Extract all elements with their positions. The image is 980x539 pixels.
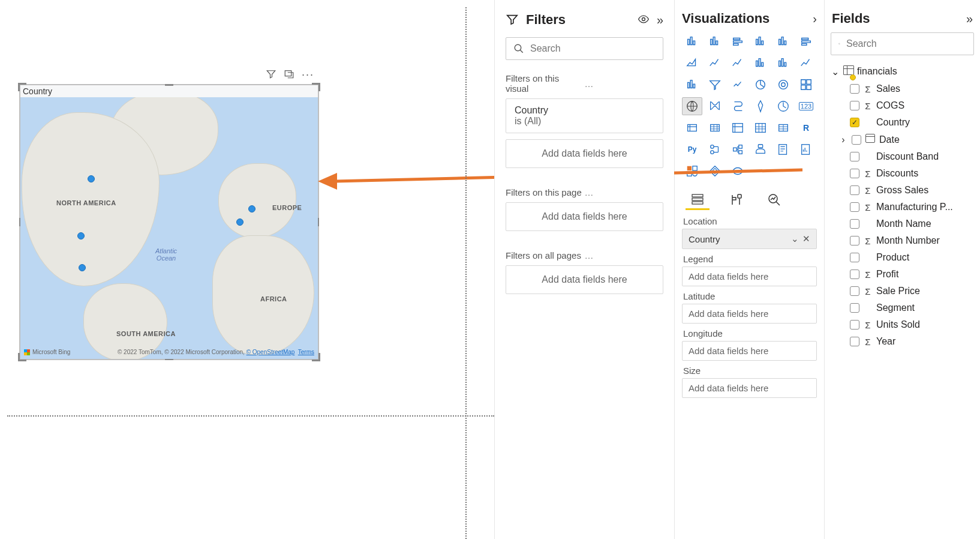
remove-field-icon[interactable]: ✕ [802,233,810,244]
field-discount-band[interactable]: ΣDiscount Band [829,148,975,165]
map-point[interactable] [248,205,255,212]
viz-type-icon[interactable] [750,119,771,137]
viz-type-icon[interactable] [728,32,748,50]
collapse-pane-icon[interactable]: » [657,13,663,27]
field-checkbox[interactable] [850,169,859,178]
field-checkbox[interactable] [850,152,859,161]
viz-type-icon[interactable] [750,97,771,115]
field-checkbox[interactable] [850,303,859,313]
viz-type-icon[interactable] [705,162,725,180]
viz-type-icon[interactable] [705,97,725,115]
chevron-right-icon[interactable]: › [813,12,817,26]
map-point[interactable] [79,264,86,271]
map-point[interactable] [236,218,244,226]
viz-type-icon[interactable] [728,119,748,137]
viz-type-icon[interactable] [682,54,702,72]
viz-type-icon[interactable] [728,54,748,72]
field-checkbox[interactable] [850,219,859,229]
viz-type-icon[interactable]: Py [682,140,702,158]
section-menu-icon[interactable]: … [585,79,664,89]
viz-type-icon[interactable] [682,32,702,50]
chevron-down-icon[interactable]: ⌄ [831,66,839,77]
table-financials[interactable]: ⌄ financials [829,62,975,80]
viz-type-icon[interactable] [750,32,771,50]
map-terms-link[interactable]: Terms [298,349,314,355]
viz-type-icon[interactable] [750,54,771,72]
viz-type-icon[interactable] [705,32,725,50]
report-canvas[interactable]: ··· Country NORTH AMERICA SOUTH AMERICA … [0,0,494,539]
tab-fields[interactable] [686,190,710,210]
field-segment[interactable]: ΣSegment [829,300,975,316]
viz-type-icon[interactable] [796,54,816,72]
viz-type-icon[interactable] [750,140,771,158]
filter-icon[interactable] [266,68,276,81]
field-month-number[interactable]: ΣMonth Number [829,232,975,249]
viz-type-icon[interactable] [705,119,725,137]
field-checkbox[interactable] [850,286,859,296]
field-units-sold[interactable]: ΣUnits Sold [829,316,975,333]
collapse-pane-icon[interactable]: » [966,12,973,26]
field-year[interactable]: ΣYear [829,333,975,350]
filter-card-country[interactable]: Country is (All) [506,98,663,133]
viz-type-icon[interactable] [705,140,725,158]
viz-type-icon[interactable] [682,162,702,180]
viz-type-icon[interactable] [773,76,793,94]
filters-search[interactable] [506,37,663,60]
viz-type-icon[interactable] [728,162,748,180]
well-location[interactable]: Country ⌄ ✕ [682,229,817,249]
well-longitude[interactable]: Add data fields here [682,341,817,361]
viz-type-icon[interactable] [796,76,816,94]
fields-search[interactable] [831,32,974,55]
viz-type-icon[interactable]: R [796,119,816,137]
viz-type-icon[interactable] [796,140,816,158]
chevron-right-icon[interactable]: › [839,134,847,145]
filter-drop-all[interactable]: Add data fields here [506,265,663,294]
viz-type-icon[interactable] [773,140,793,158]
map-point[interactable] [77,232,85,239]
field-sales[interactable]: ΣSales [829,80,975,97]
viz-type-icon[interactable] [773,54,793,72]
field-month-name[interactable]: ΣMonth Name [829,215,975,232]
viz-type-icon[interactable]: ··· [750,162,771,180]
field-checkbox[interactable] [850,270,859,279]
field-sale-price[interactable]: ΣSale Price [829,283,975,300]
field-checkbox[interactable] [850,253,859,262]
viz-type-icon[interactable] [682,97,702,115]
viz-type-icon[interactable] [705,76,725,94]
filters-search-input[interactable] [530,43,656,54]
show-hide-icon[interactable] [638,13,650,27]
viz-type-icon[interactable] [773,119,793,137]
viz-type-icon[interactable] [705,54,725,72]
viz-type-icon[interactable] [728,140,748,158]
field-checkbox[interactable] [850,101,859,110]
openstreetmap-link[interactable]: © OpenStreetMap [246,349,295,355]
viz-type-icon[interactable] [682,119,702,137]
field-checkbox[interactable] [850,236,859,245]
well-latitude[interactable]: Add data fields here [682,304,817,324]
well-legend[interactable]: Add data fields here [682,266,817,286]
viz-type-icon[interactable]: 123 [796,97,816,115]
field-checkbox[interactable] [850,202,859,212]
field-discounts[interactable]: ΣDiscounts [829,165,975,182]
map-area[interactable]: NORTH AMERICA SOUTH AMERICA EUROPE AFRIC… [20,97,318,359]
tab-format[interactable] [724,190,748,210]
more-options-icon[interactable]: ··· [302,68,314,81]
map-visual[interactable]: ··· Country NORTH AMERICA SOUTH AMERICA … [19,84,319,360]
section-menu-icon[interactable]: … [585,250,664,260]
field-manufacturing-p-[interactable]: ΣManufacturing P... [829,199,975,215]
field-checkbox[interactable] [852,135,861,145]
field-checkbox[interactable] [850,185,859,195]
chevron-down-icon[interactable]: ⌄ [791,233,799,244]
viz-type-icon[interactable] [773,32,793,50]
viz-type-icon[interactable] [728,76,748,94]
viz-type-icon[interactable] [750,76,771,94]
viz-type-icon[interactable] [682,76,702,94]
tab-analytics[interactable] [762,190,786,210]
focus-mode-icon[interactable] [284,68,294,81]
filter-drop-visual[interactable]: Add data fields here [506,139,663,168]
fields-search-input[interactable] [846,38,966,49]
map-point[interactable] [88,175,95,182]
viz-type-icon[interactable] [728,97,748,115]
field-checkbox[interactable]: ✓ [850,118,859,127]
viz-type-icon[interactable] [796,32,816,50]
